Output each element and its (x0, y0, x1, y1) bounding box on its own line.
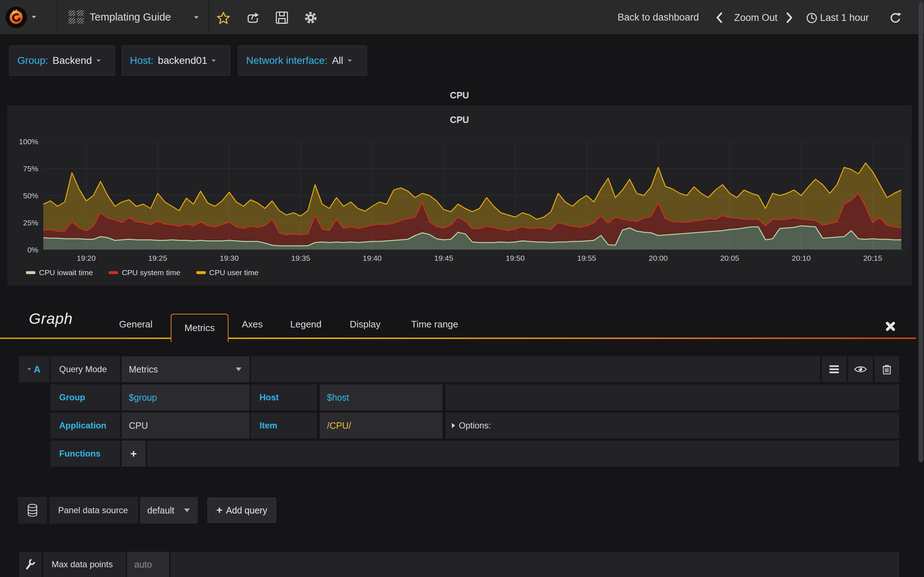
gear-icon[interactable] (303, 11, 318, 24)
legend-swatch-icon (196, 271, 206, 274)
max-data-points-input[interactable]: auto (127, 552, 169, 577)
star-icon[interactable] (216, 11, 231, 24)
item-input[interactable]: /CPU/ (320, 413, 443, 438)
database-icon (18, 497, 47, 524)
tab-general[interactable]: General (119, 319, 153, 330)
variable-dropdown-host[interactable]: Host: backend01 (122, 45, 230, 76)
options-toggle[interactable]: Options: (446, 413, 899, 438)
chevron-down-icon (212, 60, 216, 62)
item-label-cell: Item (251, 413, 317, 438)
graph-panel: CPU 0%25%50%75%100% 19:2019:2519:3019:35… (7, 105, 912, 285)
navbar-divider (57, 0, 58, 35)
x-tick-label: 19:20 (70, 254, 102, 263)
close-editor-icon[interactable] (884, 320, 897, 332)
variable-dropdown-group[interactable]: Group: Backend (9, 45, 115, 76)
row-filler (147, 441, 899, 467)
grafana-logo-icon[interactable] (5, 6, 27, 29)
graph-legend: CPU iowait time CPU system time CPU user… (26, 268, 258, 277)
graph-plot-area[interactable] (43, 141, 907, 250)
tab-axes[interactable]: Axes (242, 319, 263, 330)
expand-right-icon (452, 423, 455, 428)
dashboard-title[interactable]: Templating Guide (89, 11, 171, 23)
plus-icon: + (216, 504, 222, 516)
dashboard-grid-icon[interactable] (69, 10, 84, 24)
application-label-cell: Application (50, 413, 120, 438)
legend-label: CPU system time (122, 268, 180, 277)
datasource-select[interactable]: default (140, 497, 198, 524)
variable-value: backend01 (158, 55, 207, 66)
x-tick-label: 20:10 (785, 254, 817, 263)
add-function-button[interactable]: + (122, 441, 145, 467)
y-tick-label: 75% (7, 164, 38, 173)
y-tick-label: 50% (7, 192, 38, 200)
time-shift-right-icon[interactable] (784, 12, 795, 23)
x-tick-label: 19:50 (499, 254, 531, 263)
x-tick-label: 19:25 (142, 254, 174, 263)
scrollbar-thumb[interactable] (919, 2, 923, 462)
x-tick-label: 20:15 (856, 254, 889, 263)
query-toggle-visibility-eye-icon[interactable] (848, 356, 873, 382)
legend-swatch-icon (26, 271, 36, 274)
save-icon[interactable] (274, 11, 289, 24)
zoom-out-button[interactable]: Zoom Out (734, 12, 777, 23)
editor-tabs-divider (0, 338, 916, 339)
x-tick-label: 19:35 (284, 254, 317, 263)
x-tick-label: 20:00 (642, 254, 675, 263)
y-axis-labels: 0%25%50%75%100% (7, 141, 41, 250)
chevron-down-icon (236, 367, 241, 371)
panel-header-title[interactable]: CPU (7, 90, 912, 101)
dashboard-title-caret-icon[interactable] (194, 16, 199, 19)
max-data-points-label-cell: Max data points (43, 552, 126, 577)
row-filler (171, 552, 899, 577)
back-to-dashboard-button[interactable]: Back to dashboard (617, 12, 699, 23)
x-axis-labels: 19:2019:2519:3019:3519:4019:4519:5019:55… (43, 254, 907, 265)
y-tick-label: 0% (7, 246, 38, 254)
chevron-down-icon (184, 508, 190, 512)
navbar-divider (208, 0, 209, 35)
panel-type-title: Graph (29, 310, 73, 327)
tab-legend[interactable]: Legend (290, 319, 321, 330)
query-row-filler (251, 356, 820, 382)
wrench-icon (19, 552, 42, 577)
graph-title: CPU (7, 115, 912, 125)
legend-label: CPU iowait time (39, 268, 93, 277)
host-label-cell: Host (251, 384, 317, 410)
tab-metrics[interactable]: Metrics (171, 314, 228, 342)
legend-swatch-icon (109, 271, 118, 274)
legend-item[interactable]: CPU iowait time (26, 268, 93, 277)
navbar: Templating Guide Back to dashboard Zoom … (0, 0, 924, 35)
x-tick-label: 19:55 (571, 254, 603, 263)
query-mode-select[interactable]: Metrics (122, 356, 249, 382)
add-query-button[interactable]: + Add query (208, 498, 276, 523)
chevron-down-icon (347, 60, 352, 62)
tab-time-range[interactable]: Time range (411, 319, 459, 330)
variable-label: Host: (130, 55, 153, 66)
functions-label-cell: Functions (50, 441, 120, 467)
group-label-cell: Group (50, 384, 120, 410)
variable-label: Group: (17, 55, 48, 66)
variable-dropdown-network-interface[interactable]: Network interface: All (238, 45, 367, 76)
legend-label: CPU user time (209, 268, 259, 277)
tab-display[interactable]: Display (350, 319, 380, 330)
x-tick-label: 19:45 (427, 254, 460, 263)
x-tick-label: 20:05 (714, 254, 746, 263)
query-delete-trash-icon[interactable] (874, 356, 899, 382)
x-tick-label: 19:40 (356, 254, 388, 263)
variable-label: Network interface: (246, 55, 328, 66)
refresh-icon[interactable] (888, 11, 902, 25)
legend-item[interactable]: CPU system time (109, 268, 180, 277)
variable-value: All (332, 55, 343, 66)
host-input[interactable]: $host (320, 384, 443, 410)
legend-item[interactable]: CPU user time (196, 268, 259, 277)
query-mode-label-cell: Query Mode (50, 356, 120, 382)
share-icon[interactable] (245, 11, 260, 24)
time-picker-button[interactable]: Last 1 hour (820, 12, 869, 23)
org-switcher-caret-icon[interactable] (32, 16, 36, 18)
group-input[interactable]: $group (122, 384, 249, 410)
panel-datasource-label-cell: Panel data source (50, 497, 138, 524)
collapse-caret-icon (27, 368, 31, 371)
application-input[interactable]: CPU (122, 413, 249, 438)
time-shift-left-icon[interactable] (714, 12, 725, 23)
query-menu-icon[interactable] (822, 356, 846, 382)
query-row-collapse[interactable]: A (19, 356, 49, 382)
